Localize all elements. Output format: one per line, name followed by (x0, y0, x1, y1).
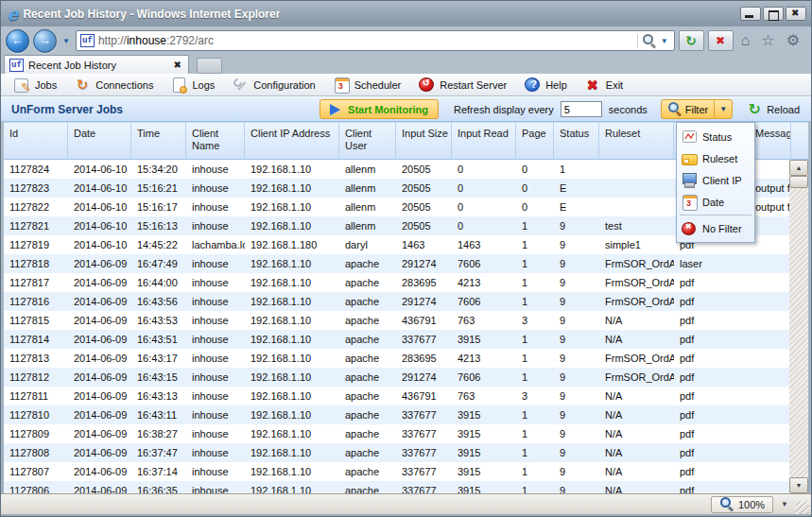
table-row[interactable]: 11278152014-06-0916:43:53inhouse192.168.… (4, 311, 808, 330)
column-header-status[interactable]: Status (554, 123, 599, 160)
table-row[interactable]: 11278102014-06-0916:43:11inhouse192.168.… (4, 405, 808, 424)
filter-menu-item-ruleset[interactable]: Ruleset (679, 147, 752, 169)
table-cell: 283695 (396, 349, 452, 368)
menu-item-jobs[interactable]: Jobs (5, 76, 65, 95)
table-cell: inhouse (186, 368, 245, 387)
tools-gear-icon[interactable]: ⚙ (783, 33, 803, 48)
scrollbar-thumb[interactable] (789, 176, 808, 188)
column-header-page[interactable]: Page (516, 123, 554, 160)
search-icon[interactable] (642, 34, 656, 48)
home-icon[interactable]: ⌂ (737, 33, 754, 48)
menu-item-label: Scheduler (354, 79, 402, 91)
filter-menu-item-date[interactable]: Date (679, 191, 752, 213)
table-cell: 1127821 (4, 216, 68, 235)
table-row[interactable]: 11278142014-06-0916:43:51inhouse192.168.… (4, 330, 808, 349)
zoom-level: 100% (738, 499, 765, 510)
filter-menu-item-status[interactable]: Status (679, 126, 752, 147)
filter-menu-item-client-ip[interactable]: Client IP (679, 169, 752, 191)
menu-item-scheduler[interactable]: Scheduler (324, 76, 410, 95)
scroll-up-icon[interactable]: ▲ (789, 160, 808, 176)
table-row[interactable]: 11278162014-06-0916:43:56inhouse192.168.… (4, 292, 808, 311)
start-monitoring-button[interactable]: Start Monitoring (320, 99, 439, 119)
column-header-label: Time (137, 128, 160, 139)
menu-item-exit[interactable]: Exit (576, 76, 631, 95)
table-cell: allenm (339, 179, 396, 198)
table-cell: 9 (554, 254, 599, 273)
table-cell: apache (339, 273, 396, 292)
filter-dropdown-arrow-icon[interactable]: ▼ (714, 100, 732, 118)
site-favicon: uf (80, 34, 95, 47)
menu-item-help[interactable]: Help (515, 76, 576, 95)
tab-close-icon[interactable]: ✖ (172, 60, 183, 70)
refresh-interval-input[interactable] (561, 101, 602, 117)
column-header-client-name[interactable]: Client Name (186, 123, 245, 160)
table-row[interactable]: 11278182014-06-0916:47:49inhouse192.168.… (4, 254, 808, 273)
table-row[interactable]: 11278132014-06-0916:43:17inhouse192.168.… (4, 349, 808, 368)
table-cell: 2014-06-10 (68, 198, 131, 216)
jobs-toolbar: UnForm Server Jobs Start Monitoring Refr… (1, 96, 811, 122)
column-header-id[interactable]: Id (4, 123, 68, 160)
resize-grip[interactable] (796, 501, 809, 514)
menu-item-connections[interactable]: Connections (65, 76, 162, 95)
scroll-down-icon[interactable]: ▼ (789, 477, 808, 493)
table-cell: 16:47:49 (131, 254, 186, 273)
table-cell: pdf (674, 387, 750, 405)
table-row[interactable]: 11278122014-06-0916:43:15inhouse192.168.… (4, 368, 808, 387)
configuration-icon (232, 78, 249, 93)
table-row[interactable]: 11278082014-06-0916:37:47inhouse192.168.… (4, 443, 808, 462)
back-button[interactable] (6, 29, 29, 53)
reload-button[interactable]: Reload (742, 100, 803, 119)
table-cell: 192.168.1.10 (245, 254, 339, 273)
column-header-date[interactable]: Date (68, 123, 131, 160)
column-header-ruleset[interactable]: Ruleset (599, 123, 674, 160)
column-header-input-read[interactable]: Input Read (452, 123, 516, 160)
table-cell: test (599, 216, 674, 235)
zoom-dropdown-icon[interactable]: ▼ (777, 500, 792, 508)
table-row[interactable]: 11278062014-06-0916:36:35inhouse192.168.… (4, 481, 808, 493)
menu-item-logs[interactable]: Logs (162, 76, 223, 95)
table-cell: 1 (516, 462, 554, 481)
forward-button[interactable] (33, 29, 57, 53)
table-cell: 16:38:27 (131, 424, 186, 443)
column-header-message[interactable]: Message (750, 123, 791, 160)
status-icon (681, 129, 698, 145)
column-header-time[interactable]: Time (131, 123, 186, 160)
column-header-input-size[interactable]: Input Size (396, 123, 452, 160)
column-header-client-user[interactable]: Client User (339, 123, 396, 160)
table-row[interactable]: 11278112014-06-0916:43:13inhouse192.168.… (4, 387, 808, 405)
table-cell: N/A (599, 443, 674, 462)
table-cell: 337677 (396, 424, 452, 443)
favorites-star-icon[interactable]: ☆ (757, 33, 778, 48)
table-cell: 2014-06-09 (68, 273, 131, 292)
table-cell: inhouse (186, 198, 245, 216)
table-cell: 15:16:17 (131, 198, 186, 216)
filter-button[interactable]: Filter ▼ (661, 99, 733, 119)
search-dropdown-icon[interactable]: ▼ (659, 37, 670, 45)
close-button[interactable] (786, 7, 806, 21)
table-cell: 16:43:53 (131, 311, 186, 330)
refresh-interval-label: Refresh display every (454, 104, 554, 115)
filter-menu-item-no-filter[interactable]: No Filter (679, 217, 752, 239)
table-cell: 15:16:21 (131, 179, 186, 198)
table-cell: 1463 (452, 235, 516, 254)
tab-recent-job-history[interactable]: uf Recent Job History ✖ (4, 55, 189, 74)
menu-item-configuration[interactable]: Configuration (223, 76, 323, 95)
table-row[interactable]: 11278092014-06-0916:38:27inhouse192.168.… (4, 424, 808, 443)
column-header-label: Page (522, 128, 546, 139)
table-row[interactable]: 11278072014-06-0916:37:14inhouse192.168.… (4, 462, 808, 481)
zoom-control[interactable]: 100% (711, 496, 773, 513)
vertical-scrollbar[interactable]: ▲ ▼ (789, 160, 808, 493)
new-tab-button[interactable] (197, 58, 222, 74)
address-field[interactable]: uf http://inhouse:2792/arc ▼ (76, 30, 675, 51)
maximize-button[interactable] (763, 7, 784, 21)
table-row[interactable]: 11278172014-06-0916:44:00inhouse192.168.… (4, 273, 808, 292)
minimize-button[interactable] (740, 7, 761, 21)
column-header-client-ip-address[interactable]: Client IP Address (245, 123, 339, 160)
stop-button[interactable]: ✖ (708, 30, 734, 51)
menu-item-restart-server[interactable]: Restart Server (409, 76, 515, 95)
table-cell: apache (339, 292, 396, 311)
recent-pages-dropdown-icon[interactable]: ▼ (60, 37, 72, 45)
refresh-button[interactable]: ↻ (679, 30, 704, 51)
table-cell: inhouse (186, 292, 245, 311)
table-cell: 16:43:56 (131, 292, 186, 311)
